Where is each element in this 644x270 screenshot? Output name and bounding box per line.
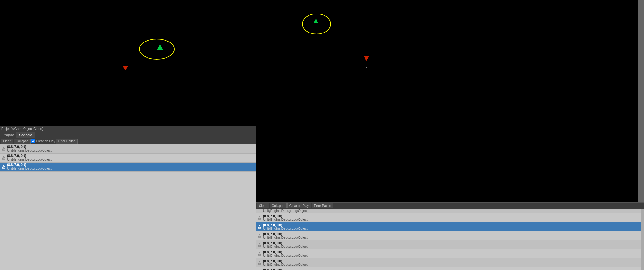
error-pause-button-right[interactable]: Error Pause [312, 203, 333, 208]
log-info-icon [257, 209, 262, 213]
log-content: (8.8, 7.0, 0.0) UnityEngine.Debug:Log(Ob… [263, 214, 308, 221]
red-triangle-left [123, 66, 128, 70]
log-content: UnityEngine.Debug:Log(Object) [263, 209, 308, 213]
clear-button-left[interactable]: Clear [1, 139, 13, 144]
tab-project[interactable]: Project [0, 132, 16, 138]
right-log-area[interactable]: UnityEngine.Debug:Log(Object) ! (8.8, 7.… [256, 209, 644, 270]
right-panel: Clear Collapse Clear on Play Error Pause… [256, 0, 644, 270]
svg-text:!: ! [259, 226, 260, 228]
svg-text:!: ! [3, 166, 4, 168]
game-view-right [256, 0, 644, 202]
svg-text:!: ! [3, 148, 4, 150]
right-side-bar [638, 0, 644, 202]
green-triangle-right [313, 19, 318, 23]
log-warning-icon: ! [257, 216, 262, 220]
svg-text:!: ! [259, 262, 260, 265]
green-triangle-left [157, 44, 163, 50]
tab-console[interactable]: Console [16, 132, 35, 138]
console-log-area-left[interactable]: ! (8.8, 7.0, 0.0) UnityEngine.Debug:Log(… [0, 144, 256, 270]
log-content: (8.8, 7.0, 0.0) UnityEngine.Debug:Log(Ob… [263, 268, 308, 270]
error-pause-button-left[interactable]: Error Pause [56, 139, 78, 144]
svg-text:!: ! [259, 235, 260, 237]
log-content: (8.8, 7.0, 0.0) UnityEngine.Debug:Log(Ob… [7, 154, 52, 161]
svg-text:!: ! [259, 244, 260, 247]
clear-on-play-label-left[interactable]: Clear on Play [31, 139, 55, 143]
log-content: (8.8, 7.0, 0.0) UnityEngine.Debug:Log(Ob… [263, 259, 308, 266]
log-entry-selected[interactable]: ! (8.8, 7.0, 0.0) UnityEngine.Debug:Log(… [0, 163, 256, 172]
svg-text:!: ! [259, 253, 260, 256]
log-warning-icon: ! [257, 234, 262, 238]
log-content: (8.8, 7.0, 0.0) UnityEngine.Debug:Log(Ob… [263, 250, 308, 257]
dot-right [366, 67, 367, 68]
clear-on-play-button-right[interactable]: Clear on Play [287, 203, 311, 208]
right-console-area: Clear Collapse Clear on Play Error Pause… [256, 202, 644, 270]
left-panel: Project's:GameObject(Clone) Project Cons… [0, 0, 256, 270]
log-content: (8.8, 7.0, 0.0) UnityEngine.Debug:Log(Ob… [263, 223, 308, 230]
scrollbar-right[interactable] [641, 209, 644, 270]
collapse-button-left[interactable]: Collapse [14, 139, 31, 144]
log-warning-icon: ! [257, 243, 262, 247]
yellow-ellipse-left [139, 39, 175, 60]
log-content: (8.8, 7.0, 0.0) UnityEngine.Debug:Log(Ob… [263, 241, 308, 248]
log-entry[interactable]: ! (8.8, 7.0, 0.0) UnityEngine.Debug:Log(… [256, 267, 644, 270]
log-warning-icon: ! [1, 146, 6, 151]
log-warning-icon: ! [1, 155, 6, 160]
log-content: (8.8, 7.0, 0.0) UnityEngine.Debug:Log(Ob… [7, 163, 52, 170]
clear-button-right[interactable]: Clear [257, 203, 269, 208]
console-tabs-left: Project Console [0, 132, 256, 138]
clear-on-play-checkbox-left[interactable] [31, 139, 35, 143]
game-view-left [0, 0, 256, 126]
log-warning-icon: ! [1, 164, 6, 169]
log-entry[interactable]: ! (8.8, 7.0, 0.0) UnityEngine.Debug:Log(… [0, 144, 256, 154]
log-content: (8.8, 7.0, 0.0) UnityEngine.Debug:Log(Ob… [263, 232, 308, 239]
log-entry[interactable]: ! (8.8, 7.0, 0.0) UnityEngine.Debug:Log(… [256, 258, 644, 267]
svg-text:!: ! [259, 217, 260, 219]
log-entry-selected[interactable]: ! (8.8, 7.0, 0.0) UnityEngine.Debug:Log(… [256, 222, 644, 231]
log-entry[interactable]: ! (8.8, 7.0, 0.0) UnityEngine.Debug:Log(… [256, 213, 644, 222]
red-triangle-right [364, 56, 369, 61]
log-warning-icon: ! [257, 225, 262, 229]
console-toolbar-left: Clear Collapse Clear on Play Error Pause [0, 138, 256, 144]
log-content: (8.8, 7.0, 0.0) UnityEngine.Debug:Log(Ob… [7, 145, 52, 152]
project-title-bar-left: Project's:GameObject(Clone) [0, 126, 256, 132]
collapse-button-right[interactable]: Collapse [270, 203, 287, 208]
dot-left [126, 77, 126, 77]
svg-text:!: ! [3, 157, 4, 159]
log-entry[interactable]: ! (8.8, 7.0, 0.0) UnityEngine.Debug:Log(… [0, 154, 256, 163]
right-console-toolbar: Clear Collapse Clear on Play Error Pause [256, 202, 644, 209]
project-title-text: Project's:GameObject(Clone) [1, 127, 43, 131]
yellow-ellipse-right [302, 14, 331, 34]
log-entry[interactable]: ! (8.8, 7.0, 0.0) UnityEngine.Debug:Log(… [256, 231, 644, 240]
log-entry[interactable]: ! (8.8, 7.0, 0.0) UnityEngine.Debug:Log(… [256, 240, 644, 249]
log-warning-icon: ! [257, 252, 262, 256]
log-entry[interactable]: ! (8.8, 7.0, 0.0) UnityEngine.Debug:Log(… [256, 249, 644, 258]
log-warning-icon: ! [257, 261, 262, 265]
log-entry[interactable]: UnityEngine.Debug:Log(Object) [256, 209, 644, 213]
